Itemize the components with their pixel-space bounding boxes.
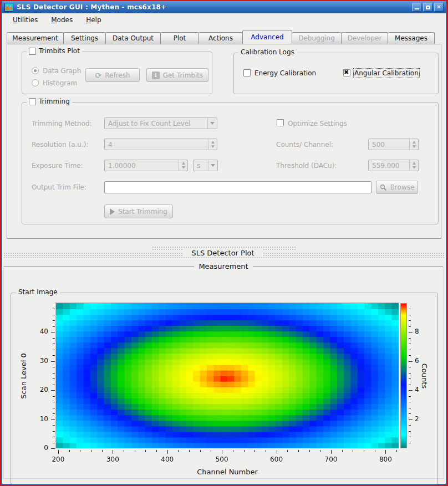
tab-measurement[interactable]: Measurement — [7, 32, 64, 44]
minimize-button[interactable] — [412, 3, 421, 12]
x-axis-minor-tick — [189, 450, 190, 452]
colorbar-minor-tick — [409, 437, 411, 437]
main-area: UtilitiesModesHelp MeasurementSettingsDa… — [2, 13, 446, 484]
trimming-method-label: Trimming Method: — [32, 120, 92, 127]
angular-calibration-label[interactable]: Angular Calibration — [354, 69, 419, 77]
spin-up-icon — [182, 162, 185, 165]
start-image-legend: Start Image — [16, 288, 60, 296]
tab-messages[interactable]: Messages — [388, 32, 435, 44]
refresh-button-label: Refresh — [105, 71, 130, 79]
colorbar-minor-tick — [409, 326, 411, 327]
exposure-time-label: Exposure Time: — [32, 162, 83, 170]
colorbar-tick-label: 4 — [415, 386, 419, 393]
y-axis-minor-tick — [53, 396, 55, 397]
x-axis-minor-tick — [342, 450, 343, 452]
colorbar-minor-tick — [409, 431, 411, 432]
heatmap-canvas[interactable] — [56, 303, 399, 448]
y-axis-tick-label: 10 — [29, 415, 48, 423]
measurement-group: Measurement Start Image Scan Level 0 Cha… — [3, 267, 444, 479]
x-axis-minor-tick — [244, 450, 245, 452]
y-axis-minor-tick — [53, 326, 55, 327]
exposure-time-spinbox: 1.00000 — [104, 160, 188, 171]
energy-calibration-checkbox[interactable] — [243, 69, 251, 76]
y-axis-tick-label: 30 — [29, 357, 48, 365]
chevron-down-icon — [211, 164, 215, 167]
calibration-logs-title: Calibration Logs — [241, 48, 294, 56]
maximize-button[interactable] — [423, 3, 432, 12]
counts-channel-label: Counts/ Channel: — [276, 141, 333, 149]
resolution-spinbox: 4 — [104, 139, 217, 150]
trimming-title: Trimming — [39, 98, 70, 105]
spin-down-icon — [182, 166, 185, 169]
spin-down-icon — [211, 145, 215, 148]
colorbar-minor-tick — [409, 402, 411, 402]
tab-plot[interactable]: Plot — [160, 32, 199, 44]
angular-calibration-checkbox[interactable] — [343, 69, 350, 76]
x-axis-minor-tick — [211, 450, 211, 452]
download-arrow-icon: ↓ — [152, 71, 160, 79]
y-axis-minor-tick — [53, 431, 55, 432]
energy-calibration-label[interactable]: Energy Calibration — [254, 69, 316, 77]
y-axis-minor-tick — [53, 309, 55, 309]
y-axis-minor-tick — [53, 408, 55, 408]
colorbar-minor-tick — [409, 373, 411, 374]
x-axis-tick-label: 300 — [101, 456, 124, 463]
y-axis-tick — [51, 332, 55, 332]
trimming-method-combobox: Adjust to Fix Count Level — [104, 117, 217, 129]
trimming-checkbox[interactable] — [29, 98, 36, 105]
y-axis-title: Scan Level 0 — [19, 343, 28, 410]
colorbar-title: Counts — [420, 349, 429, 404]
colorbar-minor-tick — [409, 309, 411, 309]
x-axis-minor-tick — [135, 450, 135, 452]
menu-modes[interactable]: Modes — [48, 14, 75, 25]
magnifier-icon — [380, 184, 387, 191]
y-axis-tick — [51, 448, 55, 449]
measurement-group-title: Measurement — [4, 262, 443, 270]
window-title: SLS Detector GUI : Mythen - mcs6x18+ — [17, 3, 166, 11]
x-axis-minor-tick — [287, 450, 288, 452]
y-axis-minor-tick — [53, 425, 55, 426]
y-axis-tick-label: 20 — [29, 386, 48, 393]
dock-title[interactable]: SLS Detector Plot — [2, 249, 444, 257]
x-axis-minor-tick — [266, 450, 266, 452]
x-axis-minor-tick — [309, 450, 310, 452]
colorbar-minor-tick — [409, 443, 411, 443]
counts-channel-value: 500 — [369, 141, 409, 149]
x-axis-tick — [385, 450, 386, 454]
spin-arrows — [179, 160, 187, 171]
x-axis-minor-tick — [124, 450, 124, 452]
y-axis-minor-tick — [53, 373, 55, 374]
tab-settings[interactable]: Settings — [63, 32, 106, 44]
x-axis-minor-tick — [200, 450, 201, 452]
spin-up-icon — [211, 141, 215, 144]
title-bar[interactable]: SLS Detector GUI : Mythen - mcs6x18+ ✕ — [2, 1, 446, 13]
colorbar-minor-tick — [409, 425, 411, 426]
colorbar-minor-tick — [409, 413, 411, 414]
tab-actions[interactable]: Actions — [198, 32, 243, 44]
x-axis-tick-label: 800 — [374, 456, 396, 463]
trimbits-plot-checkbox[interactable] — [29, 48, 36, 55]
trimbits-plot-legend: Trimbits Plot — [27, 47, 82, 55]
x-axis-minor-tick — [320, 450, 320, 452]
y-axis-tick-label: 40 — [29, 328, 48, 335]
counts-channel-spinbox: 500 — [368, 139, 419, 150]
trimming-legend: Trimming — [27, 98, 72, 105]
colorbar-minor-tick — [409, 320, 411, 321]
menu-help[interactable]: Help — [83, 14, 104, 25]
exposure-time-value: 1.00000 — [105, 162, 179, 170]
dock-title-text: SLS Detector Plot — [184, 249, 262, 257]
tab-data-output[interactable]: Data Output — [105, 32, 161, 44]
threshold-label: Threshold (DACu): — [276, 162, 337, 170]
x-axis-minor-tick — [353, 450, 353, 452]
colorbar-minor-tick — [409, 367, 411, 367]
minimize-icon — [415, 8, 419, 9]
trimming-group: Trimming Trimming Method: Adjust to Fix … — [22, 102, 439, 224]
tab-advanced[interactable]: Advanced — [242, 30, 292, 44]
y-axis-tick — [51, 390, 55, 391]
close-button[interactable]: ✕ — [434, 3, 444, 12]
output-trim-file-input[interactable] — [104, 181, 371, 193]
menu-utilities[interactable]: Utilities — [10, 14, 40, 25]
y-axis-minor-tick — [53, 320, 55, 321]
calibration-logs-legend: Calibration Logs — [238, 48, 297, 56]
start-trimming-button: Start Trimming — [104, 204, 173, 218]
